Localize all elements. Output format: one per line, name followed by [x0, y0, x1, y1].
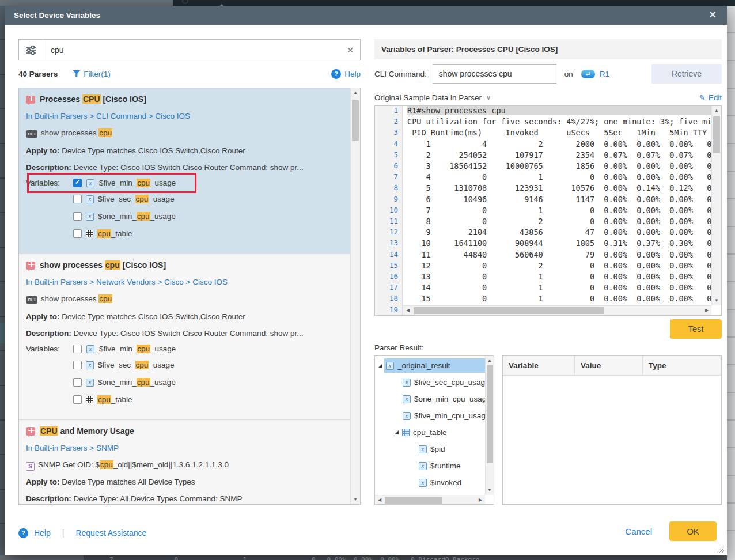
close-icon[interactable]: ✕	[707, 6, 719, 25]
tree-item[interactable]: x $pid	[375, 441, 485, 457]
result-table-header: Variable Value Type	[503, 356, 721, 376]
variable-checkbox[interactable]	[73, 179, 82, 187]
scrollbar-thumb[interactable]	[713, 116, 720, 153]
parser-result-table: Variable Value Type	[502, 355, 722, 505]
variable-checkbox[interactable]	[73, 229, 82, 238]
scroll-up-icon[interactable]: ▲	[486, 356, 494, 365]
scroll-down-icon[interactable]: ▼	[712, 296, 721, 305]
tree-item[interactable]: x $five_min_cpu_usage	[375, 407, 485, 424]
dialog-title: Select Device Variables	[14, 11, 100, 20]
parser-list-toolbar: 40 Parsers Filter(1) ? Help	[18, 67, 361, 80]
scrollbar-thumb[interactable]	[414, 307, 604, 314]
code-line: 7 4 0 1 0 0.00% 0.00% 0.00% 0	[375, 172, 721, 183]
tree-item[interactable]: x $five_sec_cpu_usage	[375, 374, 485, 391]
search-options-icon[interactable]	[19, 40, 43, 60]
parser-title: Processes CPU [Cisco IOS]	[26, 94, 343, 105]
parser-card-cpu-and-memory[interactable]: CPU and Memory Usage In Built-in Parsers…	[19, 420, 350, 504]
device-link[interactable]: R1	[600, 70, 609, 78]
scroll-up-icon[interactable]: ▲	[351, 88, 360, 97]
code-line: 11 8 0 2 0 0.00% 0.00% 0.00% 0	[375, 217, 721, 228]
ok-button[interactable]: OK	[669, 521, 717, 541]
code-line: 15 12 0 2 0 0.00% 0.00% 0.00% 0	[375, 261, 721, 272]
parser-description: Description: Device Type: Cisco IOS Swit…	[26, 328, 343, 339]
help-link-top[interactable]: ? Help	[331, 69, 361, 79]
tree-item[interactable]: x $runtime	[375, 457, 485, 474]
parser-description: Description: Device Type: Cisco IOS Swit…	[26, 162, 343, 173]
variable-icon: x	[86, 379, 94, 387]
cancel-button[interactable]: Cancel	[625, 527, 652, 536]
parser-title-text: CPU and Memory Usage	[40, 426, 134, 437]
parser-card-processes-cpu[interactable]: Processes CPU [Cisco IOS] In Built-in Pa…	[19, 88, 350, 254]
retrieve-button[interactable]: Retrieve	[651, 64, 722, 84]
variable-row: x $five_sec_cpu_usage	[73, 360, 343, 370]
collapse-icon[interactable]	[395, 430, 399, 434]
dialog-titlebar: Select Device Variables ✕	[5, 6, 727, 25]
variable-icon: x	[86, 195, 94, 203]
code-line: 12 9 2104 43856 47 0.00% 0.00% 0.00% 0	[375, 228, 721, 239]
scrollbar-thumb[interactable]	[352, 100, 359, 141]
code-line: 18 15 0 1 0 0.00% 0.00% 0.00% 0	[375, 294, 721, 305]
variable-checkbox[interactable]	[73, 395, 82, 404]
code-line: 5 2 254052 107917 2354 0.07% 0.07% 0.07%…	[375, 150, 721, 161]
sample-data-editor[interactable]: 1R1#show processes cpu 2CPU utilization …	[374, 105, 722, 316]
request-assistance-link[interactable]: Request Assistance	[75, 528, 146, 538]
column-header-variable: Variable	[503, 356, 575, 375]
variable-checkbox[interactable]	[73, 361, 82, 369]
cli-badge: CLI	[26, 296, 37, 304]
variable-checkbox[interactable]	[73, 378, 82, 387]
scroll-left-icon[interactable]: ◀	[375, 495, 384, 504]
edit-button[interactable]: ✎ Edit	[699, 93, 722, 102]
parser-path-link[interactable]: In Built-in Parsers > SNMP	[26, 442, 343, 453]
scroll-left-icon[interactable]: ◀	[403, 306, 412, 315]
tree-vertical-scrollbar[interactable]: ▲ ▼	[485, 356, 494, 495]
code-line: 3 PID Runtime(ms) Invoked uSecs 5Sec 1Mi…	[375, 128, 721, 139]
sample-data-row: Original Sample Data in Parser ∨ ✎ Edit	[374, 92, 722, 103]
parser-card-show-processes-cpu[interactable]: show processes cpu [Cisco IOS] In Built-…	[19, 254, 350, 420]
clear-search-icon[interactable]: ✕	[340, 46, 360, 55]
variable-checkbox[interactable]	[73, 195, 82, 203]
test-button[interactable]: Test	[670, 319, 722, 339]
parser-path-link[interactable]: In Built-in Parsers > CLI Command > Cisc…	[26, 111, 343, 122]
parser-apply-to: Apply to: Device Type matches All Device…	[26, 476, 343, 487]
scroll-down-icon[interactable]: ▼	[486, 486, 494, 495]
variable-checkbox[interactable]	[73, 212, 82, 221]
scroll-right-icon[interactable]: ▶	[476, 495, 485, 504]
variable-checkbox[interactable]	[73, 345, 82, 353]
collapse-icon[interactable]	[378, 364, 382, 368]
tree-item-original-result[interactable]: x _original_result	[375, 357, 485, 374]
variable-row: x $one_min_cpu_usage	[73, 211, 343, 222]
sample-horizontal-scrollbar[interactable]: ◀ ▶	[403, 305, 711, 315]
variable-icon: x	[419, 479, 427, 487]
edit-label: Edit	[709, 93, 722, 102]
parser-search-box: ✕	[18, 39, 361, 60]
background-right-edge	[727, 6, 735, 555]
scrollbar-thumb[interactable]	[487, 365, 493, 463]
scrollbar-thumb[interactable]	[385, 497, 442, 504]
filter-button[interactable]: Filter(1)	[73, 70, 111, 78]
sample-vertical-scrollbar[interactable]: ▲ ▼	[711, 106, 721, 305]
background-circle-icon	[182, 0, 188, 4]
footer-links: ? Help | Request Assistance	[18, 523, 146, 543]
background-left-segment	[0, 323, 5, 343]
cli-command-label: CLI Command:	[374, 70, 427, 78]
help-link[interactable]: Help	[34, 528, 51, 538]
parser-list: Processes CPU [Cisco IOS] In Built-in Pa…	[18, 88, 361, 505]
tree-item[interactable]: x $one_min_cpu_usage	[375, 391, 485, 407]
parser-description: Description: Device Type: All Device Typ…	[26, 493, 343, 504]
cli-command-input[interactable]	[433, 64, 556, 84]
parser-path-link[interactable]: In Built-in Parsers > Network Vendors > …	[26, 277, 343, 287]
scroll-right-icon[interactable]: ▶	[702, 306, 711, 315]
tree-item-cpu-table[interactable]: cpu_table	[375, 424, 485, 441]
column-header-type: Type	[643, 356, 721, 375]
tree-item[interactable]: x $invoked	[375, 474, 485, 491]
scroll-up-icon[interactable]: ▲	[712, 106, 721, 115]
parser-list-scrollbar[interactable]: ▲ ▼	[350, 88, 360, 504]
chevron-down-icon[interactable]: ∨	[486, 94, 491, 101]
tree-horizontal-scrollbar[interactable]: ◀ ▶	[375, 495, 485, 504]
resize-handle[interactable]	[717, 546, 724, 553]
scroll-down-icon[interactable]: ▼	[351, 495, 360, 504]
variables-label: Variables:	[26, 179, 69, 187]
parser-result-tree: x _original_result x $five_sec_cpu_usage…	[374, 355, 494, 505]
search-input[interactable]	[43, 46, 340, 55]
parser-count: 40 Parsers	[18, 70, 58, 78]
